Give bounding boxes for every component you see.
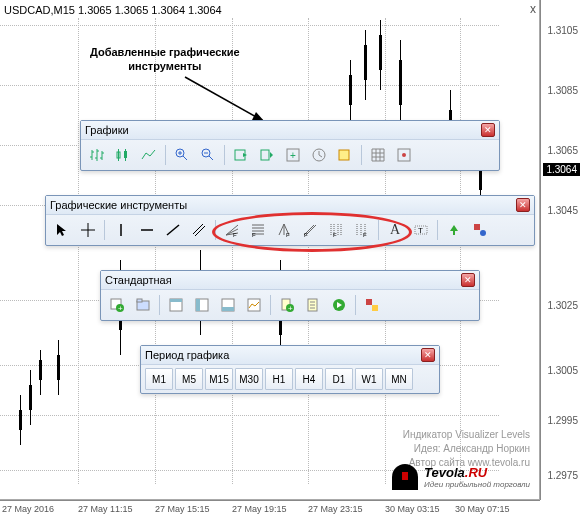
gann-line-button[interactable]: F [324, 218, 348, 242]
svg-marker-16 [270, 152, 273, 158]
svg-line-30 [167, 225, 179, 235]
toolbar-header[interactable]: Стандартная ✕ [101, 271, 479, 290]
charts-toolbar-panel[interactable]: Графики ✕ + [80, 120, 500, 171]
svg-line-11 [209, 156, 213, 160]
x-tick: 27 May 19:15 [232, 504, 287, 514]
fibo-timezone-button[interactable]: F [298, 218, 322, 242]
indicators-button[interactable]: + [281, 143, 305, 167]
candlestick-chart-button[interactable] [111, 143, 135, 167]
toolbar-title: Период графика [145, 349, 229, 361]
svg-rect-62 [366, 299, 372, 305]
shapes-button[interactable] [468, 218, 492, 242]
chart-shift-button[interactable] [255, 143, 279, 167]
divider [165, 145, 166, 165]
svg-marker-41 [450, 225, 458, 235]
toolbar-body: + [81, 140, 499, 170]
y-tick: 1.3105 [547, 25, 578, 36]
market-watch-button[interactable] [164, 293, 188, 317]
standard-toolbar-panel[interactable]: Стандартная ✕ + + [100, 270, 480, 321]
candle [399, 60, 402, 105]
svg-rect-22 [339, 150, 349, 160]
svg-text:F: F [363, 232, 367, 238]
toolbar-header[interactable]: Период графика ✕ [141, 346, 439, 365]
options-button[interactable] [360, 293, 384, 317]
hline-button[interactable] [135, 218, 159, 242]
annotation-text: инструменты [128, 60, 201, 72]
meta-editor-button[interactable] [301, 293, 325, 317]
x-tick: 30 May 03:15 [385, 504, 440, 514]
arrows-button[interactable] [442, 218, 466, 242]
equidistant-button[interactable] [187, 218, 211, 242]
watermark-line: Индикатор Visualizer Levels [403, 429, 530, 440]
text-button[interactable]: A [383, 218, 407, 242]
svg-text:+: + [290, 150, 296, 161]
fibo-fan-button[interactable]: F [220, 218, 244, 242]
new-chart-button[interactable]: + [105, 293, 129, 317]
period-w1-button[interactable]: W1 [355, 368, 383, 390]
templates-button[interactable] [333, 143, 357, 167]
svg-rect-42 [474, 224, 480, 230]
toolbar-header[interactable]: Графические инструменты ✕ [46, 196, 534, 215]
period-m5-button[interactable]: M5 [175, 368, 203, 390]
auto-trading-button[interactable] [327, 293, 351, 317]
toolbar-header[interactable]: Графики ✕ [81, 121, 499, 140]
cursor-button[interactable] [50, 218, 74, 242]
toolbar-body: M1 M5 M15 M30 H1 H4 D1 W1 MN [141, 365, 439, 393]
y-axis: 1.3105 1.3085 1.3065 1.3064 1.3045 1.302… [540, 0, 580, 500]
chart-props-button[interactable] [392, 143, 416, 167]
profiles-button[interactable] [131, 293, 155, 317]
svg-text:F: F [286, 232, 290, 238]
bar-chart-button[interactable] [85, 143, 109, 167]
gann-fan-button[interactable]: F [350, 218, 374, 242]
zoom-out-button[interactable] [196, 143, 220, 167]
close-icon[interactable]: ✕ [461, 273, 475, 287]
line-chart-button[interactable] [137, 143, 161, 167]
periods-button[interactable] [307, 143, 331, 167]
close-icon[interactable]: ✕ [481, 123, 495, 137]
logo-tagline: Идеи прибыльной торговли [424, 480, 530, 489]
divider [361, 145, 362, 165]
crosshair-button[interactable] [76, 218, 100, 242]
gridline [0, 85, 499, 86]
period-h4-button[interactable]: H4 [295, 368, 323, 390]
chart-canvas[interactable]: USDCAD,M15 1.3065 1.3065 1.3064 1.3064 x [0, 0, 540, 500]
chart-tab-close[interactable]: x [526, 2, 540, 16]
svg-rect-54 [222, 307, 234, 311]
auto-scroll-button[interactable] [229, 143, 253, 167]
svg-text:T: T [418, 226, 423, 235]
svg-text:F: F [233, 232, 237, 238]
candle [364, 45, 367, 80]
y-tick: 1.2995 [547, 415, 578, 426]
period-m1-button[interactable]: M1 [145, 368, 173, 390]
divider [437, 220, 438, 240]
logo-suffix: .RU [465, 465, 487, 480]
period-mn-button[interactable]: MN [385, 368, 413, 390]
period-h1-button[interactable]: H1 [265, 368, 293, 390]
terminal-button[interactable] [216, 293, 240, 317]
grid-button[interactable] [366, 143, 390, 167]
strategy-tester-button[interactable] [242, 293, 266, 317]
candle [39, 360, 42, 380]
close-icon[interactable]: ✕ [421, 348, 435, 362]
vline-button[interactable] [109, 218, 133, 242]
period-d1-button[interactable]: D1 [325, 368, 353, 390]
drawing-tools-panel[interactable]: Графические инструменты ✕ F F F F F F A … [45, 195, 535, 246]
y-tick: 1.3045 [547, 205, 578, 216]
svg-rect-48 [137, 299, 142, 302]
close-icon[interactable]: ✕ [516, 198, 530, 212]
fibo-retracement-button[interactable]: F [246, 218, 270, 242]
gridline [0, 25, 499, 26]
x-axis: 27 May 2016 27 May 11:15 27 May 15:15 27… [0, 500, 540, 515]
period-m30-button[interactable]: M30 [235, 368, 263, 390]
new-order-button[interactable]: + [275, 293, 299, 317]
period-toolbar-panel[interactable]: Период графика ✕ M1 M5 M15 M30 H1 H4 D1 … [140, 345, 440, 394]
trendline-button[interactable] [161, 218, 185, 242]
logo-text: Tevola.RU [424, 465, 530, 480]
fibo-arc-button[interactable]: F [272, 218, 296, 242]
divider [159, 295, 160, 315]
period-m15-button[interactable]: M15 [205, 368, 233, 390]
zoom-in-button[interactable] [170, 143, 194, 167]
gridline [0, 415, 499, 416]
navigator-button[interactable] [190, 293, 214, 317]
text-label-button[interactable]: T [409, 218, 433, 242]
